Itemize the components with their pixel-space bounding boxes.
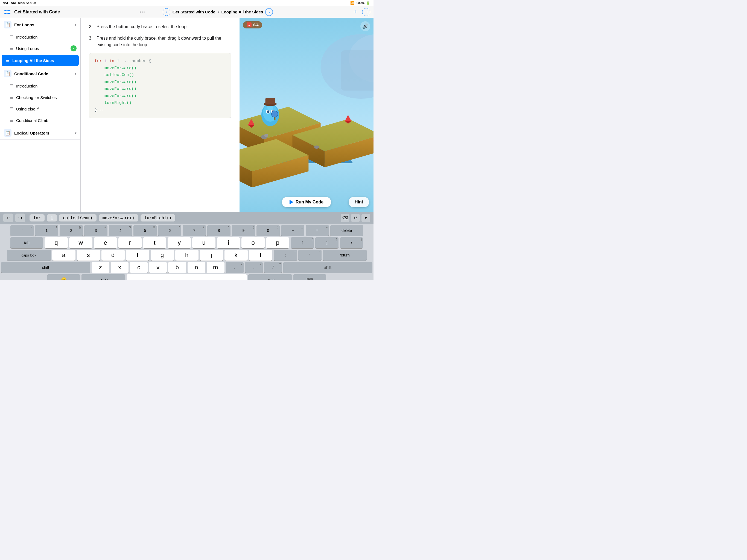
key-t[interactable]: t [143,237,166,248]
redo-button[interactable]: ↪ [15,213,25,222]
key-j[interactable]: j [200,250,223,261]
key-equals[interactable]: += [306,225,329,236]
key-comma[interactable]: <, [226,262,243,273]
key-f[interactable]: f [126,250,149,261]
key-2[interactable]: @2 [60,225,83,236]
suggestion-moveforward[interactable]: moveForward() [99,214,138,222]
key-c[interactable]: c [130,262,148,273]
key-4[interactable]: $4 [109,225,132,236]
code-param-number: number [131,59,146,63]
nav-dots-menu[interactable] [138,11,146,12]
key-y[interactable]: y [168,237,191,248]
key-i[interactable]: i [217,237,240,248]
key-d[interactable]: d [101,250,125,261]
code-line-6: moveForward() [95,93,226,100]
sidebar-item-introduction-fl[interactable]: ☰ Introduction [0,31,80,43]
sidebar-section-header-for-loops[interactable]: 📋 For Loops ▾ [0,18,80,31]
suggestion-turnright[interactable]: turnRight() [140,214,175,222]
using-loops-badge: ✓ [71,45,77,51]
key-period[interactable]: >. [245,262,263,273]
run-code-button[interactable]: Run My Code [282,197,331,207]
key-r[interactable]: r [119,237,141,248]
breadcrumb-title: Get Started with Code [173,9,215,14]
key-slash[interactable]: ?/ [264,262,282,273]
for-loops-items: ☰ Introduction ☰ Using Loops ✓ ☰ Looping… [0,31,80,66]
key-x[interactable]: x [111,262,129,273]
nav-center: ‹ Get Started with Code ▾ Looping All th… [62,8,349,16]
key-0[interactable]: )0 [256,225,280,236]
key-g[interactable]: g [151,250,174,261]
key-3[interactable]: #3 [84,225,107,236]
more-options-button[interactable]: ··· [362,8,370,16]
key-l[interactable]: l [249,250,272,261]
key-a[interactable]: a [52,250,75,261]
key-p[interactable]: p [266,237,289,248]
sidebar-item-using-loops[interactable]: ☰ Using Loops ✓ [0,43,80,54]
suggestion-collectgem[interactable]: collectGem() [59,214,96,222]
key-1[interactable]: !1 [35,225,58,236]
add-button[interactable]: + [351,8,359,16]
key-8[interactable]: *8 [207,225,231,236]
sidebar-item-using-else-if[interactable]: ☰ Using else if [0,103,80,114]
nav-right-actions: + ··· [351,8,370,16]
suggestion-i[interactable]: i [47,214,57,222]
key-return[interactable]: return [323,250,367,261]
key-backtick[interactable]: ~` [10,225,34,236]
key-v[interactable]: v [149,262,167,273]
key-shift-left[interactable]: shift [1,262,90,273]
key-minus[interactable]: _− [281,225,304,236]
key-space[interactable] [127,274,247,280]
code-line-8: } ·· [95,107,226,114]
key-keyboard-icon[interactable]: ⌨ [293,274,326,280]
key-w[interactable]: w [69,237,93,248]
key-backslash[interactable]: |\ [340,237,363,248]
hint-button[interactable]: Hint [349,197,369,207]
sidebar-section-header-logical[interactable]: 📋 Logical Operators ▾ [0,126,80,139]
keyboard-return-button[interactable]: ↵ [351,214,360,222]
key-k[interactable]: k [225,250,248,261]
key-close-bracket[interactable]: }] [315,237,338,248]
key-numbers-right[interactable]: .?123 [248,274,292,280]
sidebar-item-looping-all[interactable]: ☰ Looping All the Sides [2,55,79,66]
sound-button[interactable]: 🔊 [360,21,370,31]
key-m[interactable]: m [207,262,225,273]
logical-section-icon: 📋 [4,129,11,137]
key-shift-right[interactable]: shift [283,262,372,273]
key-n[interactable]: n [187,262,205,273]
key-delete[interactable]: delete [330,225,363,236]
key-5[interactable]: %5 [133,225,157,236]
key-6[interactable]: ^6 [158,225,181,236]
key-h[interactable]: h [175,250,199,261]
key-quote[interactable]: "' [298,250,321,261]
sidebar-item-intro-cc[interactable]: ☰ Introduction [0,80,80,92]
keyboard-row-4: shift z x c v b n m <, >. ?/ shift [1,262,372,273]
key-9[interactable]: (9 [232,225,255,236]
conditional-section-icon: 📋 [4,70,11,77]
sidebar-toggle-button[interactable] [3,8,11,16]
sidebar-item-conditional-climb[interactable]: ☰ Conditional Climb [0,114,80,126]
keyboard-collapse-button[interactable]: ▼ [361,214,370,222]
key-e[interactable]: e [94,237,117,248]
sidebar-section-header-conditional[interactable]: 📋 Conditional Code ▾ [0,67,80,80]
key-open-bracket[interactable]: {[ [291,237,314,248]
undo-button[interactable]: ↩ [3,213,13,222]
key-tab[interactable]: tab [10,237,43,248]
key-numbers-left[interactable]: .?123 [81,274,125,280]
key-emoji[interactable]: 😊 [47,274,80,280]
key-s[interactable]: s [77,250,100,261]
key-b[interactable]: b [168,262,186,273]
key-u[interactable]: u [192,237,215,248]
sidebar-item-checking-switches[interactable]: ☰ Checking for Switches [0,92,80,103]
suggestion-for[interactable]: for [29,214,45,222]
key-7[interactable]: &7 [183,225,206,236]
key-z[interactable]: z [92,262,109,273]
keyboard-delete-button[interactable]: ⌫ [341,214,350,222]
code-block[interactable]: for i in 1 ... number { moveForward() co… [89,53,231,118]
key-o[interactable]: o [241,237,265,248]
code-line-7: turnRight() [95,100,226,107]
breadcrumb-back-button[interactable]: ‹ [163,8,170,16]
key-q[interactable]: q [45,237,68,248]
key-caps-lock[interactable]: caps lock [7,250,51,261]
key-semicolon[interactable]: :; [274,250,297,261]
breadcrumb-forward-button[interactable]: › [265,8,273,16]
